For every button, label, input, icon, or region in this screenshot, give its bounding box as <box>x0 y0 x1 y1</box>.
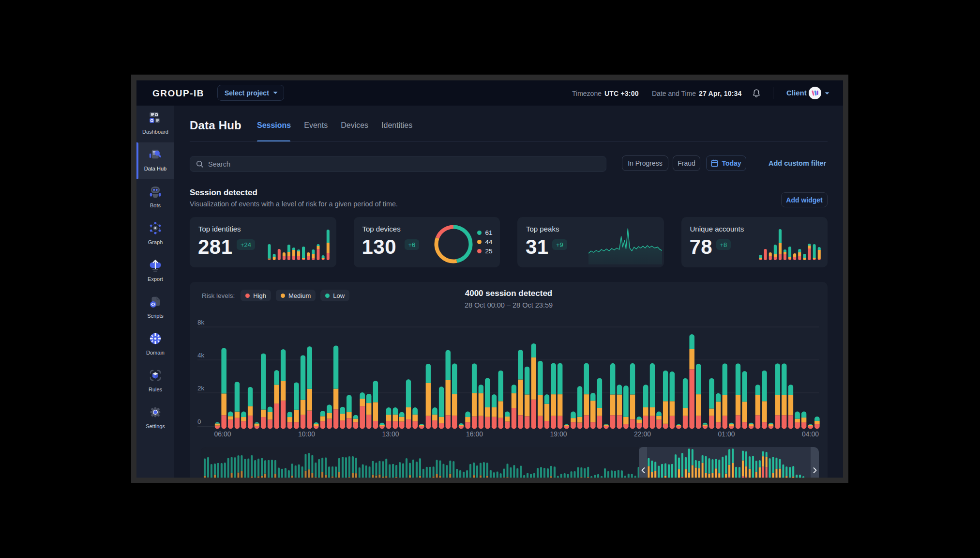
sessions-chart-panel: Risk levels: High Medium Low 4000 sessio… <box>190 282 828 478</box>
client-caret-icon[interactable] <box>825 92 829 95</box>
card-delta-badge: +8 <box>716 239 731 250</box>
timezone-group: TimezoneUTC +3:00 <box>572 90 639 97</box>
section-subtitle: Visualization of events with a level of … <box>190 200 398 208</box>
sidebar-nav: Dashboard Data Hub Bots Graph Export Scr… <box>136 106 174 478</box>
sidebar-item-rules[interactable]: Rules <box>136 363 174 400</box>
search-input[interactable]: Search <box>190 156 606 172</box>
search-icon <box>196 160 204 168</box>
legend-value: 25 <box>485 248 493 255</box>
top-devices-donut-chart <box>430 221 477 267</box>
sidebar-item-bots[interactable]: Bots <box>136 179 174 216</box>
sidebar-item-label: Dashboard <box>136 129 174 135</box>
search-placeholder: Search <box>208 160 230 168</box>
svg-text:06:00: 06:00 <box>214 430 231 438</box>
tab-devices[interactable]: Devices <box>341 121 368 144</box>
card-title: Top identities <box>198 225 241 233</box>
card-top-peaks: Top peaks 31 +9 <box>517 217 664 267</box>
legend-dot <box>477 231 482 235</box>
top-peaks-sparkline-chart <box>588 224 662 264</box>
sidebar-item-label: Scripts <box>136 313 174 319</box>
filter-today-label: Today <box>722 159 741 167</box>
svg-text:8k: 8k <box>197 319 205 326</box>
sidebar-item-domain[interactable]: Domain <box>136 326 174 363</box>
export-icon <box>148 258 163 272</box>
sidebar-item-scripts[interactable]: Scripts <box>136 290 174 326</box>
tab-identities[interactable]: Identities <box>381 121 412 144</box>
sidebar-item-graph[interactable]: Graph <box>136 216 174 253</box>
notifications-bell-icon[interactable] <box>752 89 761 98</box>
donut-legend: 61 44 25 <box>477 228 493 256</box>
datetime-value: 27 Apr, 10:34 <box>699 90 741 97</box>
svg-text:13:00: 13:00 <box>382 430 399 438</box>
sessions-stacked-bar-chart: 02k4k8k06:0010:0013:0016:0019:0022:0001:… <box>190 282 828 449</box>
filter-today-button[interactable]: Today <box>706 155 746 171</box>
donut-legend-row: 44 <box>477 237 493 247</box>
sidebar-item-label: Bots <box>136 202 174 208</box>
filter-fraud-label: Fraud <box>678 159 695 167</box>
svg-text:19:00: 19:00 <box>550 430 567 438</box>
sidebar-item-dashboard[interactable]: Dashboard <box>136 106 174 142</box>
datahub-icon <box>148 147 163 162</box>
groupib-logo: GROUP-IB <box>152 88 204 99</box>
svg-text:01:00: 01:00 <box>718 430 735 438</box>
tab-events[interactable]: Events <box>304 121 328 144</box>
client-label[interactable]: Client <box>786 89 807 97</box>
svg-text:0: 0 <box>197 418 201 425</box>
card-title: Unique accounts <box>690 225 744 233</box>
select-project-label: Select project <box>225 89 269 97</box>
svg-text:04:00: 04:00 <box>802 430 819 438</box>
card-title: Top peaks <box>526 225 559 233</box>
add-custom-filter-link[interactable]: Add custom filter <box>769 159 826 167</box>
unique-accounts-mini-bar-chart <box>754 228 822 262</box>
sidebar-item-data-hub[interactable]: Data Hub <box>136 142 174 179</box>
sidebar-item-export[interactable]: Export <box>136 253 174 290</box>
card-delta-badge: +9 <box>552 239 567 250</box>
legend-dot <box>477 249 482 253</box>
add-widget-button[interactable]: Add widget <box>781 192 828 207</box>
stat-cards-row: Top identities 281 +24 Top devices 130 +… <box>190 217 828 267</box>
card-value: 78 <box>690 235 713 259</box>
section-title: Session detected <box>190 188 257 198</box>
card-top-devices: Top devices 130 +6 61 44 25 <box>354 217 500 267</box>
sidebar-item-label: Settings <box>136 423 174 429</box>
chart-navigator <box>201 447 819 478</box>
navigator-left-handle[interactable] <box>639 447 647 478</box>
scripts-icon <box>148 294 163 309</box>
legend-dot <box>477 240 482 244</box>
card-value: 130 <box>362 235 397 259</box>
header-divider <box>190 141 828 142</box>
legend-value: 44 <box>485 238 493 246</box>
svg-text:16:00: 16:00 <box>466 430 483 438</box>
client-avatar[interactable] <box>809 87 821 99</box>
svg-text:22:00: 22:00 <box>634 430 651 438</box>
datetime-label: Date and Time <box>652 90 696 97</box>
rules-icon <box>148 368 163 383</box>
dashboard-icon <box>148 110 163 125</box>
top-identities-mini-bar-chart <box>263 228 331 262</box>
client-avatar-logo-icon <box>809 87 821 99</box>
calendar-icon <box>711 159 718 167</box>
donut-legend-row: 61 <box>477 228 493 237</box>
card-delta-badge: +6 <box>405 239 420 250</box>
app-window: GROUP-IB Select project TimezoneUTC +3:0… <box>131 75 848 483</box>
sidebar-item-settings[interactable]: Settings <box>136 400 174 437</box>
card-title: Top devices <box>362 225 401 233</box>
timezone-value: UTC +3:00 <box>604 90 639 97</box>
sidebar-item-label: Export <box>136 276 174 282</box>
bots-icon <box>148 184 163 199</box>
card-value: 281 <box>198 235 233 259</box>
filter-in-progress-label: In Progress <box>628 159 663 167</box>
domain-icon <box>148 331 163 346</box>
card-delta-badge: +24 <box>237 239 255 250</box>
svg-text:10:00: 10:00 <box>298 430 315 438</box>
donut-legend-row: 25 <box>477 247 493 256</box>
chevron-right-icon <box>813 467 817 473</box>
sidebar-item-label: Graph <box>136 239 174 245</box>
filter-fraud-button[interactable]: Fraud <box>673 155 700 171</box>
navigator-right-handle[interactable] <box>811 447 819 478</box>
timezone-label: Timezone <box>572 90 602 97</box>
add-widget-label: Add widget <box>786 196 822 204</box>
svg-text:4k: 4k <box>197 352 205 359</box>
select-project-button[interactable]: Select project <box>217 85 284 101</box>
filter-in-progress-button[interactable]: In Progress <box>622 155 668 171</box>
